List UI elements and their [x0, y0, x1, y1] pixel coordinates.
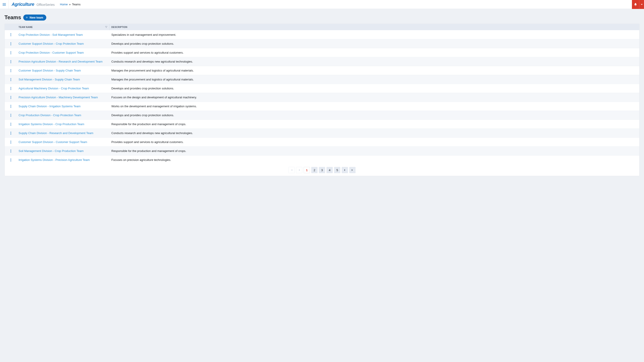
- table-row: Crop Protection Division - Customer Supp…: [5, 48, 639, 57]
- table-header-description[interactable]: DESCRIPTION: [110, 26, 639, 28]
- pagination-page-4[interactable]: 4: [326, 167, 333, 173]
- pagination-page-3[interactable]: 3: [319, 167, 325, 173]
- team-name-link[interactable]: Crop Protection Division - Soil Manageme…: [18, 33, 83, 36]
- team-name-link[interactable]: Crop Protection Division - Customer Supp…: [18, 51, 84, 54]
- team-name-cell: Customer Support Division - Crop Protect…: [17, 42, 110, 45]
- team-description-cell: Conducts research and develops new agric…: [110, 131, 639, 135]
- new-team-button-label: New team: [30, 16, 43, 19]
- svg-point-25: [10, 89, 11, 90]
- team-name-cell: Customer Support Division - Supply Chain…: [17, 69, 110, 72]
- notifications-button[interactable]: [632, 0, 639, 9]
- row-actions-button[interactable]: [5, 96, 17, 99]
- team-description-cell: Conducts research and develops new agric…: [110, 60, 639, 63]
- pagination-page-5[interactable]: 5: [334, 167, 340, 173]
- row-actions-button[interactable]: [5, 87, 17, 90]
- page-title: Teams: [4, 14, 21, 20]
- table-body: Crop Protection Division - Soil Manageme…: [5, 30, 639, 164]
- row-actions-button[interactable]: [5, 158, 17, 162]
- team-name-link[interactable]: Supply Chain Division - Irrigation Syste…: [18, 105, 80, 108]
- pagination-next[interactable]: [342, 167, 348, 173]
- svg-point-42: [10, 142, 11, 142]
- breadcrumb: Home » Teams: [60, 3, 80, 6]
- breadcrumb-current: Teams: [72, 3, 80, 6]
- table-row: Irrigation Systems Division - Crop Produ…: [5, 120, 639, 128]
- table-row: Soil Management Division - Supply Chain …: [5, 75, 639, 84]
- team-name-cell: Precision Agriculture Division - Researc…: [17, 60, 110, 63]
- pagination-page-1[interactable]: 1: [304, 167, 310, 173]
- svg-point-38: [10, 132, 11, 132]
- row-actions-button[interactable]: [5, 78, 17, 81]
- team-description-cell: Focuses on the design and development of…: [110, 96, 639, 99]
- chevron-left-icon: [298, 169, 300, 171]
- svg-point-22: [10, 80, 11, 81]
- team-name-cell: Crop Production Division - Crop Protecti…: [17, 113, 110, 117]
- page: Teams New team TEAM NAME DESCRIPTION Cro…: [0, 9, 644, 183]
- table-row: Crop Production Division - Crop Protecti…: [5, 111, 639, 120]
- team-name-link[interactable]: Customer Support Division - Customer Sup…: [18, 140, 87, 144]
- row-actions-button[interactable]: [5, 60, 17, 63]
- row-actions-button[interactable]: [5, 51, 17, 54]
- row-actions-button[interactable]: [5, 123, 17, 126]
- team-name-cell: Irrigation Systems Division - Precision …: [17, 158, 110, 162]
- table-row: Supply Chain Division - Research and Dev…: [5, 128, 639, 137]
- team-description-cell: Develops and provides crop protection so…: [110, 42, 639, 45]
- kebab-menu-icon: [10, 42, 11, 45]
- team-name-link[interactable]: Irrigation Systems Division - Precision …: [18, 158, 90, 162]
- row-actions-button[interactable]: [5, 69, 17, 72]
- table-row: Irrigation Systems Division - Precision …: [5, 155, 639, 164]
- row-actions-button[interactable]: [5, 132, 17, 135]
- team-name-link[interactable]: Soil Management Division - Supply Chain …: [18, 78, 80, 81]
- svg-point-48: [10, 160, 11, 160]
- team-description-cell: Develops and provides crop protection so…: [110, 113, 639, 117]
- hamburger-icon: [2, 2, 6, 6]
- team-name-link[interactable]: Soil Management Division - Crop Producti…: [18, 149, 84, 153]
- new-team-button[interactable]: New team: [23, 14, 46, 20]
- svg-point-37: [10, 125, 11, 126]
- pagination-last[interactable]: [349, 167, 356, 173]
- svg-point-39: [10, 133, 11, 133]
- svg-point-11: [10, 51, 11, 52]
- team-name-cell: Precision Agriculture Division - Machine…: [17, 96, 110, 99]
- team-description-cell: Develops and provides crop protection so…: [110, 87, 639, 90]
- kebab-menu-icon: [10, 105, 11, 108]
- breadcrumb-home-link[interactable]: Home: [60, 3, 68, 6]
- team-name-link[interactable]: Supply Chain Division - Research and Dev…: [18, 131, 93, 135]
- team-name-link[interactable]: Agricultural Machinery Division - Crop P…: [18, 87, 89, 90]
- svg-point-40: [10, 134, 11, 134]
- row-actions-button[interactable]: [5, 42, 17, 45]
- pagination-page-2[interactable]: 2: [311, 167, 318, 173]
- row-actions-button[interactable]: [5, 141, 17, 144]
- svg-point-13: [10, 53, 11, 54]
- row-actions-button[interactable]: [5, 33, 17, 36]
- team-name-link[interactable]: Customer Support Division - Supply Chain…: [18, 69, 81, 72]
- svg-point-8: [10, 42, 11, 43]
- kebab-menu-icon: [10, 149, 11, 153]
- kebab-menu-icon: [10, 141, 11, 144]
- team-name-cell: Soil Management Division - Crop Producti…: [17, 149, 110, 153]
- kebab-menu-icon: [10, 51, 11, 54]
- team-name-link[interactable]: Customer Support Division - Crop Protect…: [18, 42, 84, 45]
- team-name-cell: Crop Protection Division - Customer Supp…: [17, 51, 110, 54]
- table-header-name[interactable]: TEAM NAME: [17, 24, 110, 30]
- filter-button[interactable]: [105, 26, 108, 28]
- plus-icon: [26, 16, 28, 19]
- table-header-description-label: DESCRIPTION: [111, 26, 128, 28]
- team-name-link[interactable]: Precision Agriculture Division - Researc…: [18, 60, 103, 63]
- team-name-link[interactable]: Precision Agriculture Division - Machine…: [18, 96, 98, 99]
- table-row: Precision Agriculture Division - Machine…: [5, 93, 639, 102]
- table-row: Crop Protection Division - Soil Manageme…: [5, 30, 639, 39]
- table-row: Agricultural Machinery Division - Crop P…: [5, 84, 639, 93]
- team-description-cell: Focuses on precision agriculture technol…: [110, 158, 639, 162]
- hamburger-menu-button[interactable]: [0, 0, 8, 9]
- team-description-cell: Provides support and services to agricul…: [110, 140, 639, 144]
- team-name-link[interactable]: Irrigation Systems Division - Crop Produ…: [18, 122, 84, 126]
- row-actions-button[interactable]: [5, 114, 17, 117]
- row-actions-button[interactable]: [5, 149, 17, 153]
- team-name-cell: Crop Protection Division - Soil Manageme…: [17, 33, 110, 36]
- svg-point-23: [10, 87, 11, 88]
- svg-point-9: [10, 43, 11, 44]
- team-name-link[interactable]: Crop Production Division - Crop Protecti…: [18, 113, 81, 117]
- svg-point-47: [10, 158, 11, 159]
- notifications-dropdown-button[interactable]: [639, 0, 644, 9]
- row-actions-button[interactable]: [5, 105, 17, 108]
